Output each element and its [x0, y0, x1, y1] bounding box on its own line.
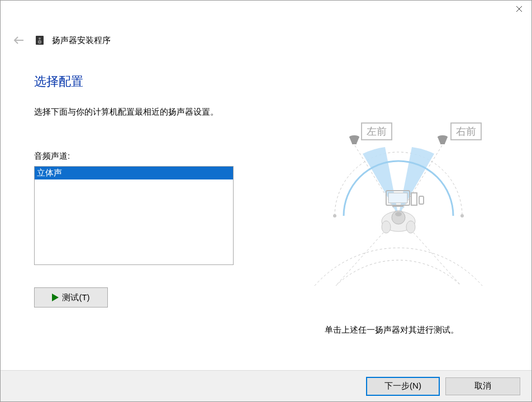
svg-rect-19	[392, 205, 403, 207]
window-title: 扬声器安装程序	[52, 35, 111, 46]
page-heading: 选择配置	[34, 73, 509, 90]
svg-point-26	[406, 221, 415, 233]
svg-rect-20	[411, 193, 417, 205]
test-button-label: 测试(T)	[62, 292, 89, 303]
svg-point-27	[333, 214, 336, 217]
cancel-button[interactable]: 取消	[445, 377, 520, 395]
test-button[interactable]: 测试(T)	[34, 287, 108, 308]
close-icon	[516, 6, 522, 12]
svg-point-5	[39, 41, 41, 43]
svg-marker-6	[52, 294, 59, 301]
speaker-diagram: 左前 右前	[302, 118, 515, 286]
diagram-help-text: 单击上述任一扬声器对其进行测试。	[325, 325, 459, 335]
next-button[interactable]: 下一步(N)	[366, 377, 440, 396]
cancel-button-label: 取消	[474, 381, 491, 391]
close-button[interactable]	[506, 1, 531, 17]
back-button[interactable]	[13, 34, 25, 46]
svg-point-24	[395, 212, 402, 216]
svg-rect-18	[388, 193, 407, 203]
layout-diagram	[302, 118, 515, 286]
svg-rect-21	[419, 196, 424, 204]
footer: 下一步(N) 取消	[1, 370, 531, 401]
svg-point-3	[39, 37, 41, 40]
svg-point-25	[382, 221, 391, 233]
speaker-icon	[34, 35, 45, 46]
svg-point-28	[460, 214, 464, 217]
play-icon	[52, 294, 59, 301]
channel-option[interactable]: 立体声	[35, 167, 233, 179]
next-button-label: 下一步(N)	[384, 381, 421, 391]
page-description: 选择下面与你的计算机配置最相近的扬声器设置。	[34, 107, 509, 117]
channels-listbox[interactable]: 立体声	[34, 166, 234, 265]
wizard-window: 扬声器安装程序 选择配置 选择下面与你的计算机配置最相近的扬声器设置。 音频声道…	[0, 0, 532, 402]
back-arrow-icon	[13, 36, 25, 45]
header: 扬声器安装程序	[13, 34, 111, 46]
